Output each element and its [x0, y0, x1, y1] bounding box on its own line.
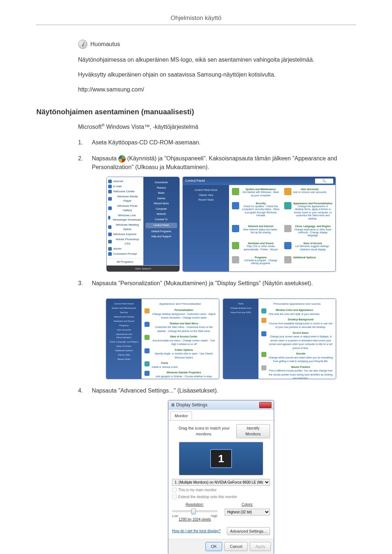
- start-search[interactable]: Start Search: [107, 265, 179, 272]
- start-menu-right-item[interactable]: Network: [146, 212, 177, 216]
- identify-monitors-button[interactable]: Identify Monitors: [236, 424, 270, 438]
- panel-heading: Appearance and Personalization: [144, 302, 216, 306]
- tab-monitor[interactable]: Monitor: [171, 411, 192, 420]
- dialog-title: 🖥 Display Settings: [171, 402, 207, 408]
- control-panel-category[interactable]: Clock, Language, and RegionChange keyboa…: [284, 225, 333, 241]
- control-panel-category[interactable]: Appearance and PersonalizationChange the…: [284, 202, 333, 224]
- item-icon: [144, 348, 150, 353]
- app-icon: [108, 190, 112, 193]
- category-icon: [284, 225, 291, 232]
- control-panel-side-link[interactable]: Classic View: [185, 193, 227, 197]
- side-panel-link[interactable]: Change desktop icons: [225, 307, 256, 310]
- start-menu-right-item[interactable]: Help and Support: [146, 235, 177, 239]
- colors-label: Colors:: [242, 502, 253, 506]
- control-panel-side-link[interactable]: Recent Tasks: [185, 198, 227, 202]
- ok-button[interactable]: OK: [205, 542, 222, 551]
- personalization-item[interactable]: Mouse PointersPick a different mouse poi…: [261, 365, 333, 379]
- start-menu-right-item[interactable]: Computer: [146, 207, 177, 211]
- start-menu-item[interactable]: Internet: [108, 179, 142, 184]
- control-panel-side-link[interactable]: Control Panel Home: [185, 188, 227, 192]
- start-menu-right-item[interactable]: Recent Items: [146, 202, 177, 206]
- extend-desktop-checkbox: Extend the desktop onto this monitor: [172, 494, 270, 500]
- step-text: Napsauta "Advanced Settings..." (Lisäase…: [92, 386, 350, 554]
- start-menu-right-item[interactable]: Documents: [146, 181, 177, 185]
- control-panel-category[interactable]: User AccountsAdd or remove user accounts: [284, 188, 333, 200]
- side-panel-link[interactable]: Adjust font size (DPI): [225, 311, 256, 314]
- personalization-item[interactable]: PersonalizationChange desktop background…: [144, 308, 216, 320]
- cancel-button[interactable]: Cancel: [224, 542, 248, 551]
- colors-select[interactable]: Highest (32 bit): [225, 509, 270, 516]
- side-panel-link[interactable]: Tasks: [225, 302, 256, 305]
- side-panel-link[interactable]: User Accounts: [109, 328, 139, 332]
- side-panel-link[interactable]: Programs: [109, 324, 139, 327]
- screenshot-personalization: Control Panel HomeSystem and Maintenance…: [106, 299, 336, 379]
- os-line: Microsoft® Windows Vista™‚ -käyttöjärjes…: [78, 123, 350, 131]
- resolution-slider[interactable]: Low High: [172, 510, 217, 512]
- personalization-item[interactable]: Taskbar and Start MenuCustomize the Star…: [144, 322, 216, 333]
- side-panel-link[interactable]: Classic View: [109, 353, 139, 357]
- control-panel-category[interactable]: Network and InternetView network status …: [232, 225, 281, 241]
- monitor-select[interactable]: 1. (Multiple Monitors) on NVIDIA GeForce…: [172, 479, 270, 486]
- start-menu-item[interactable]: Windows Explorer: [108, 232, 142, 237]
- category-icon: [232, 256, 239, 263]
- side-panel-link[interactable]: Clock, Language, and Region: [109, 340, 139, 344]
- start-menu-item[interactable]: Welcome Center: [108, 189, 142, 194]
- all-programs[interactable]: All Programs: [107, 258, 143, 265]
- personalization-item[interactable]: Windows Sidebar PropertiesAdd gadgets to…: [144, 371, 216, 379]
- start-menu-item[interactable]: E-mail: [108, 184, 142, 189]
- personalization-item[interactable]: Window Color and AppearanceFine tune the…: [261, 308, 333, 316]
- side-panel-link[interactable]: Security: [109, 311, 139, 314]
- item-icon: [261, 365, 266, 370]
- control-panel-category[interactable]: Ease of AccessLet Windows suggest settin…: [284, 242, 333, 254]
- start-menu-item[interactable]: Admin: [108, 247, 142, 251]
- side-panel-link[interactable]: Hardware and Sound: [109, 320, 139, 323]
- samsung-link[interactable]: http://www.samsung.com/: [78, 86, 144, 93]
- personalization-item[interactable]: Folder OptionsSpecify single- or double-…: [144, 348, 216, 360]
- slider-thumb[interactable]: [191, 509, 196, 514]
- start-menu-right-item[interactable]: Music: [146, 191, 177, 195]
- panel-heading: Personalize appearance and sounds: [261, 302, 333, 306]
- side-panel-link[interactable]: Additional Options: [109, 349, 139, 352]
- start-menu-item[interactable]: Windows Photo Gallery: [108, 204, 142, 213]
- category-icon: [232, 242, 239, 249]
- start-menu-right-item[interactable]: Default Programs: [146, 230, 177, 234]
- personalization-item[interactable]: FontsInstall or remove a font: [144, 361, 216, 369]
- side-panel-link[interactable]: Ease of Access: [109, 345, 139, 348]
- close-icon[interactable]: [259, 402, 271, 408]
- advanced-settings-button[interactable]: Advanced Settings...: [227, 527, 270, 535]
- item-icon: [261, 352, 266, 357]
- monitor-layout-area[interactable]: 1: [179, 442, 263, 475]
- help-link[interactable]: How do I get the best display?: [172, 528, 221, 534]
- start-menu-right-item[interactable]: Control Panel: [146, 223, 177, 228]
- side-panel-link[interactable]: Recent Tasks: [109, 358, 139, 361]
- side-panel-link[interactable]: Appearance and Personalization: [109, 333, 139, 339]
- personalization-item[interactable]: SoundsChange which sounds are heard when…: [261, 352, 333, 364]
- personalization-item[interactable]: Desktop BackgroundChoose from available …: [261, 318, 333, 329]
- monitor-icon[interactable]: 1: [210, 449, 232, 468]
- search-box[interactable]: 🔍: [315, 178, 333, 184]
- start-menu-item[interactable]: Windows Media Player: [108, 194, 142, 203]
- personalization-item[interactable]: Ease of Access CenterAccommodate low vis…: [144, 335, 216, 346]
- side-panel-link[interactable]: Control Panel Home: [109, 302, 139, 305]
- category-icon: [232, 225, 239, 232]
- start-menu-item[interactable]: Windows Meeting Space: [108, 223, 142, 231]
- start-menu-item[interactable]: Command Prompt: [108, 252, 142, 256]
- start-menu-right-item[interactable]: Pictures: [146, 186, 177, 190]
- control-panel-category[interactable]: Hardware and SoundPlay CDs or other medi…: [232, 242, 281, 254]
- app-icon: [108, 240, 112, 243]
- side-panel-link[interactable]: System and Maintenance: [109, 307, 139, 310]
- start-menu-right-item[interactable]: Connect To: [146, 218, 177, 222]
- control-panel-category[interactable]: SecurityCheck for updates · Check this c…: [232, 202, 281, 224]
- main-monitor-checkbox: This is my main monitor: [172, 487, 270, 493]
- side-panel-link[interactable]: Network and Internet: [109, 315, 139, 319]
- item-icon: [144, 335, 150, 340]
- control-panel-category[interactable]: ProgramsUninstall a program · Change sta…: [232, 256, 281, 269]
- control-panel-category[interactable]: System and MaintenanceGet started with W…: [232, 188, 281, 200]
- start-menu-item[interactable]: Adobe Photoshop CS3: [108, 237, 142, 246]
- start-menu-item[interactable]: Windows Live Messenger Download: [108, 213, 142, 222]
- control-panel-category[interactable]: Additional Options: [284, 256, 333, 269]
- personalization-item[interactable]: Screen SaverChange your screen saver or …: [261, 331, 333, 350]
- item-icon: [261, 318, 266, 323]
- item-icon: [261, 308, 266, 313]
- start-menu-right-item[interactable]: Games: [146, 197, 177, 201]
